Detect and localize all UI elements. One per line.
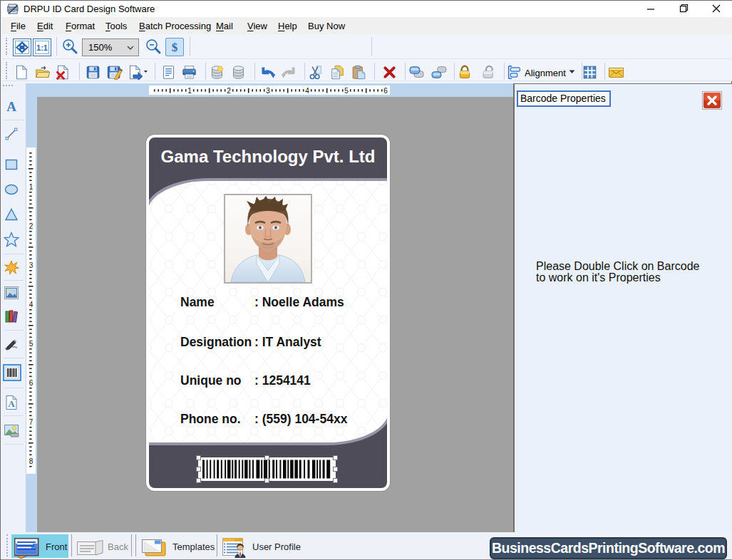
svg-text:8: 8 bbox=[29, 457, 33, 465]
svg-text:A: A bbox=[6, 100, 16, 113]
svg-text:3: 3 bbox=[266, 87, 270, 95]
svg-text:5: 5 bbox=[344, 87, 349, 95]
svg-text:$: $ bbox=[172, 41, 178, 54]
svg-text:1:1: 1:1 bbox=[36, 43, 48, 52]
svg-text:6: 6 bbox=[383, 87, 388, 95]
svg-text:A: A bbox=[8, 398, 15, 409]
svg-text:2: 2 bbox=[227, 87, 231, 95]
svg-text:1: 1 bbox=[29, 183, 33, 191]
svg-text:2: 2 bbox=[29, 222, 33, 230]
svg-text:1: 1 bbox=[187, 87, 192, 95]
svg-text:4: 4 bbox=[29, 301, 33, 308]
svg-text:4: 4 bbox=[305, 87, 309, 95]
svg-text:5: 5 bbox=[29, 340, 33, 348]
svg-text:6: 6 bbox=[29, 379, 33, 387]
svg-text:7: 7 bbox=[29, 418, 33, 426]
svg-text:3: 3 bbox=[29, 261, 33, 269]
